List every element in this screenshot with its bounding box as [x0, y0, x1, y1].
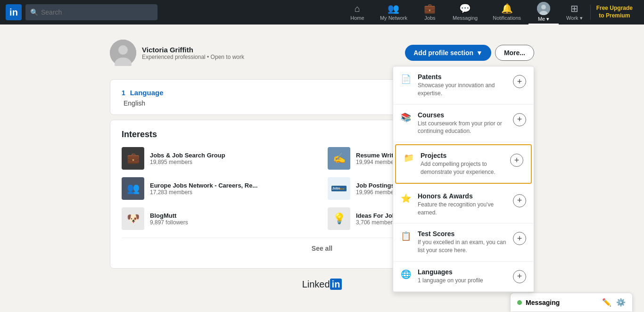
more-button[interactable]: More... — [495, 45, 534, 61]
dropdown-item-patents[interactable]: 📄 Patents Showcase your innovation and e… — [393, 66, 534, 105]
interest-icon-job-postings: Jobs ffered — [328, 177, 350, 200]
courses-desc: List coursework from your prior or conti… — [418, 120, 507, 136]
add-profile-section-label: Add profile section — [413, 49, 473, 57]
courses-add-button[interactable]: + — [513, 113, 526, 126]
patents-content: Patents Showcase your innovation and exp… — [418, 73, 507, 98]
chevron-down-icon: ▼ — [476, 49, 483, 57]
nav-work-label: Work ▾ — [566, 15, 583, 21]
svg-text:ffered: ffered — [339, 188, 345, 190]
dropdown-scroll-area[interactable]: 📄 Patents Showcase your innovation and e… — [393, 66, 534, 292]
interest-name[interactable]: Jobs & Job Search Group — [150, 152, 225, 159]
list-item: 👥 Europe Jobs Network - Careers, Re... 1… — [122, 177, 316, 200]
patents-title: Patents — [418, 73, 507, 81]
dropdown-item-languages[interactable]: 🌐 Languages 1 language on your profile + — [393, 262, 534, 292]
nav-messaging[interactable]: 💬 Messaging — [445, 0, 485, 25]
list-item: 💼 Jobs & Job Search Group 19,895 members — [122, 147, 316, 170]
interest-icon-resume-writers: ✍️ — [328, 147, 350, 170]
work-icon: ⊞ — [570, 3, 578, 14]
messaging-status-dot — [517, 300, 522, 305]
interest-members: 9,897 followers — [150, 219, 188, 226]
premium-line2: to Premium — [596, 12, 633, 20]
navbar: in 🔍 ⌂ Home 👥 My Network 💼 Jobs 💬 Messag… — [0, 0, 644, 25]
messaging-label[interactable]: Messaging — [526, 299, 560, 305]
nav-messaging-label: Messaging — [453, 15, 478, 21]
interest-icon-blogmutt: 🐶 — [122, 207, 144, 230]
profile-actions: Add profile section ▼ More... — [405, 45, 534, 61]
test-scores-icon: 📋 — [401, 231, 412, 242]
languages-add-button[interactable]: + — [513, 270, 526, 283]
honors-content: Honors & Awards Feature the recognition … — [418, 192, 507, 217]
honors-desc: Feature the recognition you've earned. — [418, 201, 507, 217]
search-bar[interactable]: 🔍 — [25, 4, 157, 20]
messaging-icon: 💬 — [459, 3, 471, 14]
patents-icon: 📄 — [401, 74, 412, 85]
dropdown-item-test-scores[interactable]: 📋 Test Scores If you excelled in an exam… — [393, 223, 534, 262]
interest-icon-jobs-group: 💼 — [122, 147, 144, 170]
interest-name[interactable]: BlogMutt — [150, 212, 188, 219]
messaging-left: Messaging — [517, 299, 560, 305]
courses-content: Courses List coursework from your prior … — [418, 111, 507, 136]
notifications-icon: 🔔 — [501, 3, 513, 14]
messaging-edit-icon[interactable]: ✏️ — [602, 298, 611, 305]
languages-icon: 🌐 — [401, 269, 412, 280]
nav-me[interactable]: Me ▾ — [528, 0, 559, 25]
interest-info: Europe Jobs Network - Careers, Re... 17,… — [150, 182, 257, 196]
projects-desc: Add compelling projects to demonstrate y… — [421, 160, 504, 176]
footer-logo-text-bold: in — [330, 279, 342, 290]
nav-my-network-label: My Network — [380, 15, 407, 21]
footer-logo-text-light: Linked — [302, 279, 330, 289]
nav-notifications-label: Notifications — [493, 15, 521, 21]
language-header-left: 1 Language — [122, 89, 164, 97]
projects-content: Projects Add compelling projects to demo… — [421, 152, 504, 176]
search-icon: 🔍 — [30, 8, 38, 16]
dropdown-item-honors[interactable]: ⭐ Honors & Awards Feature the recognitio… — [393, 186, 534, 224]
patents-add-button[interactable]: + — [513, 75, 526, 88]
honors-icon: ⭐ — [401, 193, 412, 205]
nav-work[interactable]: ⊞ Work ▾ — [559, 0, 590, 25]
profile-name: Victoria Griffith — [142, 46, 244, 54]
interest-name[interactable]: Europe Jobs Network - Careers, Re... — [150, 182, 257, 189]
languages-desc: 1 language on your profile — [418, 277, 507, 285]
language-number: 1 — [122, 89, 125, 97]
messaging-settings-icon[interactable]: ⚙️ — [616, 298, 626, 305]
courses-title: Courses — [418, 111, 507, 119]
test-scores-add-button[interactable]: + — [513, 232, 526, 245]
interest-info: BlogMutt 9,897 followers — [150, 212, 188, 226]
messaging-actions: ✏️ ⚙️ — [602, 298, 626, 305]
search-input[interactable] — [41, 8, 153, 16]
profile-info: Victoria Griffith Experienced profession… — [142, 46, 244, 60]
languages-title: Languages — [418, 268, 507, 276]
projects-title: Projects — [421, 152, 504, 159]
dropdown-item-courses[interactable]: 📚 Courses List coursework from your prio… — [393, 105, 534, 143]
profile-subtitle: Experienced professional • Open to work — [142, 54, 244, 60]
home-icon: ⌂ — [355, 3, 360, 14]
dropdown-item-projects[interactable]: 📁 Projects Add compelling projects to de… — [395, 144, 532, 184]
test-scores-title: Test Scores — [418, 230, 507, 238]
interest-icon-europe-jobs: 👥 — [122, 177, 144, 200]
list-item: 🐶 BlogMutt 9,897 followers — [122, 207, 316, 230]
honors-title: Honors & Awards — [418, 192, 507, 200]
honors-add-button[interactable]: + — [513, 194, 526, 207]
linkedin-logo[interactable]: in — [6, 4, 22, 20]
svg-point-4 — [118, 45, 128, 55]
nav-bar: ⌂ Home 👥 My Network 💼 Jobs 💬 Messaging 🔔… — [342, 0, 638, 25]
interest-members: 17,283 members — [150, 189, 257, 196]
projects-add-button[interactable]: + — [510, 154, 523, 167]
premium-upgrade[interactable]: Free Upgrade to Premium — [590, 5, 638, 19]
language-title: Language — [130, 89, 164, 97]
nav-home-label: Home — [350, 15, 364, 21]
add-profile-dropdown: 📄 Patents Showcase your innovation and e… — [393, 66, 534, 292]
nav-home[interactable]: ⌂ Home — [342, 0, 372, 25]
my-network-icon: 👥 — [388, 3, 399, 14]
test-scores-content: Test Scores If you excelled in an exam, … — [418, 230, 507, 255]
patents-desc: Showcase your innovation and expertise. — [418, 82, 507, 98]
nav-my-network[interactable]: 👥 My Network — [372, 0, 415, 25]
interest-icon-ideas-job-search: 💡 — [328, 207, 350, 230]
profile-avatar — [110, 40, 136, 66]
courses-icon: 📚 — [401, 112, 412, 123]
add-profile-section-button[interactable]: Add profile section ▼ — [405, 45, 491, 61]
page-wrapper: Victoria Griffith Experienced profession… — [0, 25, 644, 305]
nav-jobs[interactable]: 💼 Jobs — [415, 0, 445, 25]
nav-notifications[interactable]: 🔔 Notifications — [485, 0, 528, 25]
svg-point-1 — [541, 5, 546, 9]
